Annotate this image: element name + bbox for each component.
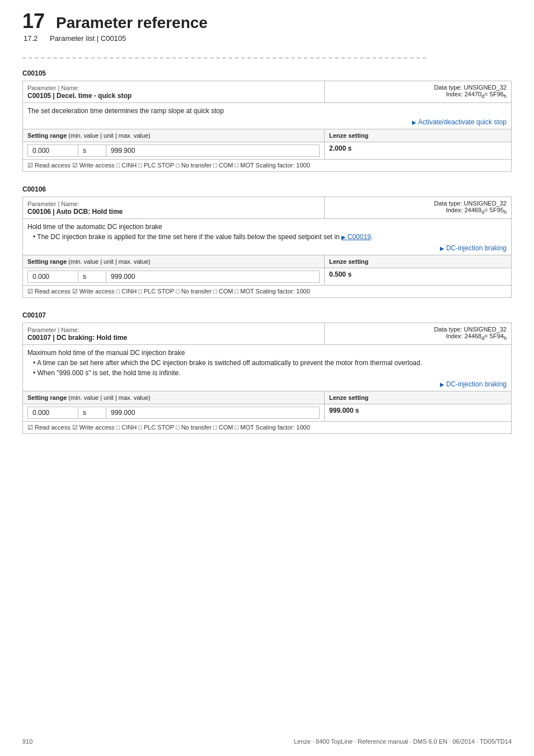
footer-publication: Lenze · 8400 TopLine · Reference manual … bbox=[294, 738, 512, 745]
range-inner-row: 0.000s999.900 bbox=[28, 145, 320, 157]
access-row: ☑ Read access ☑ Write access □ CINH □ PL… bbox=[23, 286, 512, 298]
section-label-C00105: C00105 bbox=[22, 69, 512, 77]
lenze-setting-header-cell: Lenze setting bbox=[325, 255, 512, 268]
sub-header: 17.2 Parameter list | C00105 bbox=[24, 34, 512, 43]
bullet-item: The DC injection brake is applied for th… bbox=[33, 232, 507, 242]
param-data-type-cell: Data type: UNSIGNED_32Index: 24468d= 5F9… bbox=[325, 323, 512, 345]
access-cell: ☑ Read access ☑ Write access □ CINH □ PL… bbox=[23, 160, 512, 172]
min-value: 0.000 bbox=[28, 145, 78, 157]
setting-range-header-row: Setting range (min. value | unit | max. … bbox=[23, 129, 512, 142]
param-name-label: Parameter | Name: bbox=[27, 326, 79, 333]
footer: 910 Lenze · 8400 TopLine · Reference man… bbox=[0, 738, 534, 745]
param-section-C00105: C00105Parameter | Name:C00105 | Decel. t… bbox=[22, 69, 512, 172]
param-header-row: Parameter | Name:C00106 | Auto DCB: Hold… bbox=[23, 197, 512, 219]
sub-header-text: Parameter list | C00105 bbox=[50, 34, 126, 43]
bullet-item: A time can be set here after which the D… bbox=[33, 358, 507, 368]
lenze-value: 999.000 s bbox=[325, 404, 512, 422]
param-name-label: Parameter | Name: bbox=[27, 85, 79, 91]
value-row: 0.000s999.9002.000 s bbox=[23, 142, 512, 160]
param-table-C00105: Parameter | Name:C00105 | Decel. time - … bbox=[22, 81, 512, 172]
setting-range-header-cell: Setting range (min. value | unit | max. … bbox=[23, 129, 325, 142]
param-section-C00107: C00107Parameter | Name:C00107 | DC braki… bbox=[22, 311, 512, 434]
access-cell: ☑ Read access ☑ Write access □ CINH □ PL… bbox=[23, 422, 512, 434]
param-name-cell: Parameter | Name:C00105 | Decel. time - … bbox=[23, 81, 325, 103]
lenze-value: 2.000 s bbox=[325, 142, 512, 160]
desc-text: Hold time of the automatic DC injection … bbox=[27, 222, 507, 232]
setting-range-header-row: Setting range (min. value | unit | max. … bbox=[23, 391, 512, 404]
section-link-container: DC-injection braking bbox=[27, 244, 507, 252]
desc-text: The set deceleration time determines the… bbox=[27, 106, 507, 116]
param-header-row: Parameter | Name:C00107 | DC braking: Ho… bbox=[23, 323, 512, 345]
range-inner-table: 0.000s999.900 bbox=[27, 144, 320, 157]
inline-link-c00019[interactable]: C00019 bbox=[341, 233, 371, 241]
param-name-bold: C00105 | Decel. time - quick stop bbox=[27, 92, 320, 100]
range-inner-table: 0.000s999.000 bbox=[27, 407, 320, 419]
description-cell: Maximum hold time of the manual DC injec… bbox=[23, 345, 512, 391]
description-row: The set deceleration time determines the… bbox=[23, 103, 512, 129]
unit-value: s bbox=[78, 271, 106, 283]
value-row: 0.000s999.0000.500 s bbox=[23, 268, 512, 286]
value-cell: 0.000s999.900 bbox=[23, 142, 325, 160]
min-value: 0.000 bbox=[28, 271, 78, 283]
section-label-C00107: C00107 bbox=[22, 311, 512, 319]
unit-value: s bbox=[78, 407, 106, 419]
section-link-container: Activate/deactivate quick stop bbox=[27, 118, 507, 126]
description-row: Maximum hold time of the manual DC injec… bbox=[23, 345, 512, 391]
param-table-C00106: Parameter | Name:C00106 | Auto DCB: Hold… bbox=[22, 197, 512, 298]
param-name-cell: Parameter | Name:C00107 | DC braking: Ho… bbox=[23, 323, 325, 345]
param-name-cell: Parameter | Name:C00106 | Auto DCB: Hold… bbox=[23, 197, 325, 219]
page-header: 17 Parameter reference bbox=[22, 11, 512, 32]
page-title: Parameter reference bbox=[56, 14, 208, 32]
section-label-C00106: C00106 bbox=[22, 185, 512, 193]
desc-text: Maximum hold time of the manual DC injec… bbox=[27, 348, 507, 358]
param-table-C00107: Parameter | Name:C00107 | DC braking: Ho… bbox=[22, 323, 512, 434]
section-link-container: DC-injection braking bbox=[27, 380, 507, 388]
footer-page-num: 910 bbox=[22, 738, 32, 745]
description-cell: Hold time of the automatic DC injection … bbox=[23, 219, 512, 255]
access-cell: ☑ Read access ☑ Write access □ CINH □ PL… bbox=[23, 286, 512, 298]
max-value: 999.000 bbox=[106, 407, 320, 419]
bullet-list: A time can be set here after which the D… bbox=[33, 358, 507, 378]
section-link[interactable]: DC-injection braking bbox=[440, 380, 507, 388]
param-data-type-cell: Data type: UNSIGNED_32Index: 24470d= 5F9… bbox=[325, 81, 512, 103]
section-link[interactable]: DC-injection braking bbox=[440, 244, 507, 252]
bullet-item: When "999.000 s" is set, the hold time i… bbox=[33, 368, 507, 378]
access-row: ☑ Read access ☑ Write access □ CINH □ PL… bbox=[23, 160, 512, 172]
param-section-C00106: C00106Parameter | Name:C00106 | Auto DCB… bbox=[22, 185, 512, 298]
value-row: 0.000s999.000999.000 s bbox=[23, 404, 512, 422]
range-inner-row: 0.000s999.000 bbox=[28, 407, 320, 419]
page-number: 17 bbox=[22, 11, 45, 31]
unit-value: s bbox=[78, 145, 106, 157]
param-name-bold: C00106 | Auto DCB: Hold time bbox=[27, 208, 320, 216]
setting-range-header-row: Setting range (min. value | unit | max. … bbox=[23, 255, 512, 268]
lenze-setting-header-cell: Lenze setting bbox=[325, 391, 512, 404]
section-link[interactable]: Activate/deactivate quick stop bbox=[412, 118, 507, 126]
param-name-label: Parameter | Name: bbox=[27, 200, 79, 207]
lenze-setting-header-cell: Lenze setting bbox=[325, 129, 512, 142]
value-cell: 0.000s999.000 bbox=[23, 404, 325, 422]
param-data-type-cell: Data type: UNSIGNED_32Index: 24469d= 5F9… bbox=[325, 197, 512, 219]
setting-range-header-cell: Setting range (min. value | unit | max. … bbox=[23, 391, 325, 404]
value-cell: 0.000s999.000 bbox=[23, 268, 325, 286]
sub-header-num: 17.2 bbox=[24, 34, 38, 43]
setting-range-header-cell: Setting range (min. value | unit | max. … bbox=[23, 255, 325, 268]
divider: _ _ _ _ _ _ _ _ _ _ _ _ _ _ _ _ _ _ _ _ … bbox=[22, 52, 512, 58]
description-cell: The set deceleration time determines the… bbox=[23, 103, 512, 129]
range-inner-row: 0.000s999.000 bbox=[28, 271, 320, 283]
param-name-bold: C00107 | DC braking: Hold time bbox=[27, 334, 320, 342]
bullet-list: The DC injection brake is applied for th… bbox=[33, 232, 507, 242]
access-row: ☑ Read access ☑ Write access □ CINH □ PL… bbox=[23, 422, 512, 434]
max-value: 999.000 bbox=[106, 271, 320, 283]
range-inner-table: 0.000s999.000 bbox=[27, 270, 320, 283]
param-header-row: Parameter | Name:C00105 | Decel. time - … bbox=[23, 81, 512, 103]
max-value: 999.900 bbox=[106, 145, 320, 157]
lenze-value: 0.500 s bbox=[325, 268, 512, 286]
description-row: Hold time of the automatic DC injection … bbox=[23, 219, 512, 255]
min-value: 0.000 bbox=[28, 407, 78, 419]
